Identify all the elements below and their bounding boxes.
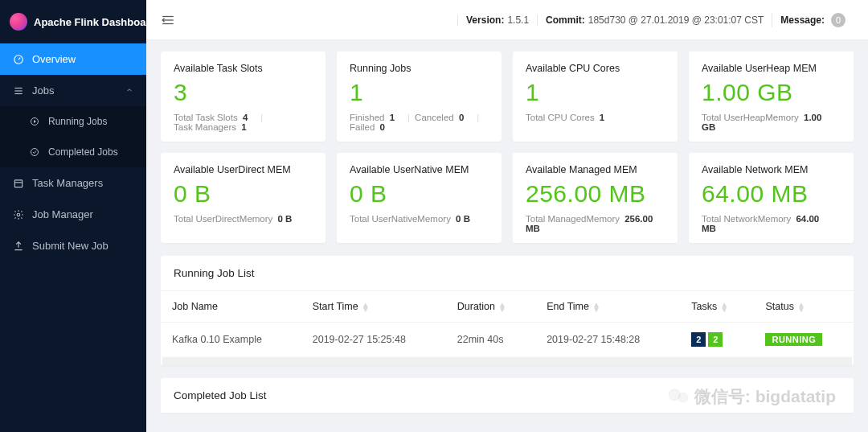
- footer-stat: Finished 1: [350, 113, 395, 122]
- nav-jobs-submenu: Running Jobs Completed Jobs: [0, 106, 146, 167]
- footer-stat: Total CPU Cores 1: [526, 113, 604, 122]
- cell-start-time: 2019-02-27 15:25:48: [301, 323, 446, 357]
- version-segment: Version: 1.5.1: [457, 14, 537, 26]
- column-header[interactable]: Start Time▲▼: [301, 291, 446, 323]
- message-count-badge[interactable]: 0: [831, 13, 845, 27]
- nav-overview[interactable]: Overview: [0, 43, 146, 75]
- stat-card: Available CPU Cores1Total CPU Cores 1: [513, 51, 678, 142]
- brand: Apache Flink Dashboard: [0, 0, 146, 43]
- completed-job-panel: Completed Job List: [161, 378, 854, 413]
- column-header[interactable]: End Time▲▼: [535, 291, 680, 323]
- sort-icon: ▲▼: [498, 302, 506, 312]
- sort-icon: ▲▼: [592, 302, 600, 312]
- card-footer: Finished 1|Canceled 0|Failed 0: [350, 113, 489, 132]
- nav-submit-job[interactable]: Submit New Job: [0, 230, 146, 261]
- main: Version: 1.5.1 Commit: 185d730 @ 27.01.2…: [146, 0, 868, 432]
- card-footer: Total UserNativeMemory 0 B: [350, 214, 489, 224]
- nav-label: Job Manager: [32, 208, 93, 220]
- stat-card: Available UserNative MEM0 BTotal UserNat…: [337, 153, 502, 243]
- card-value: 1: [526, 79, 665, 106]
- card-title: Available Task Slots: [174, 63, 313, 74]
- flink-logo-icon: [10, 13, 27, 31]
- footer-stat: Total UserHeapMemory 1.00 GB: [702, 113, 833, 132]
- card-title: Available Managed MEM: [526, 164, 665, 175]
- nav-jobs[interactable]: Jobs: [0, 75, 146, 106]
- card-title: Available UserDirect MEM: [174, 164, 313, 175]
- footer-stat: Total NetworkMemory 64.00 MB: [702, 214, 833, 233]
- divider: |: [477, 113, 479, 122]
- column-header[interactable]: Status▲▼: [754, 291, 854, 323]
- nav-label: Jobs: [32, 84, 54, 97]
- upload-icon: [13, 241, 24, 252]
- card-value: 1.00 GB: [702, 79, 841, 106]
- card-footer: Total Task Slots 4|Task Managers 1: [174, 113, 313, 132]
- footer-stat: Failed 0: [350, 122, 385, 132]
- card-value: 64.00 MB: [702, 180, 841, 208]
- version-value: 1.5.1: [507, 14, 529, 26]
- footer-stat: Total UserNativeMemory 0 B: [350, 214, 470, 224]
- stat-card: Running Jobs1Finished 1|Canceled 0|Faile…: [337, 51, 502, 142]
- nav-job-manager[interactable]: Job Manager: [0, 199, 146, 230]
- card-title: Available UserHeap MEM: [702, 63, 841, 74]
- card-footer: Total ManagedMemory 256.00 MB: [526, 214, 665, 233]
- sort-icon: ▲▼: [720, 302, 728, 312]
- horizontal-scrollbar[interactable]: [162, 357, 852, 365]
- menu-fold-icon[interactable]: [161, 13, 175, 27]
- column-header[interactable]: Duration▲▼: [446, 291, 535, 323]
- sort-icon: ▲▼: [362, 302, 370, 312]
- nav-task-managers[interactable]: Task Managers: [0, 167, 146, 199]
- nav-running-jobs[interactable]: Running Jobs: [0, 106, 146, 137]
- message-segment: Message: 0: [772, 13, 854, 27]
- table-header-row: Job NameStart Time▲▼Duration▲▼End Time▲▼…: [161, 291, 854, 323]
- svg-point-9: [17, 213, 20, 216]
- card-title: Available Network MEM: [702, 164, 841, 175]
- stat-card: Available Task Slots3Total Task Slots 4|…: [161, 51, 326, 142]
- card-value: 1: [350, 79, 489, 106]
- stat-card: Available Managed MEM256.00 MBTotal Mana…: [513, 153, 678, 243]
- card-title: Available UserNative MEM: [350, 164, 489, 175]
- content: Available Task Slots3Total Task Slots 4|…: [146, 40, 868, 432]
- table-row[interactable]: Kafka 0.10 Example 2019-02-27 15:25:48 2…: [161, 323, 854, 357]
- list-icon: [13, 85, 24, 97]
- footer-stat: Total UserDirectMemory 0 B: [174, 214, 292, 224]
- card-value: 3: [174, 79, 313, 106]
- brand-title: Apache Flink Dashboard: [34, 16, 156, 28]
- cell-status: RUNNING: [754, 323, 854, 357]
- footer-stat: Canceled 0: [415, 113, 464, 122]
- nav: Overview Jobs Running Jobs: [0, 43, 146, 261]
- sort-icon: ▲▼: [797, 302, 805, 312]
- cell-tasks: 2 2: [680, 323, 754, 357]
- card-value: 0 B: [174, 180, 313, 208]
- task-count-badge: 2: [708, 332, 723, 347]
- nav-label: Submit New Job: [32, 240, 108, 252]
- check-circle-icon: [29, 146, 40, 158]
- nav-label: Overview: [32, 53, 76, 65]
- commit-segment: Commit: 185d730 @ 27.01.2019 @ 23:01:07 …: [537, 14, 772, 26]
- panel-title: Completed Job List: [161, 378, 854, 413]
- svg-point-6: [31, 149, 39, 156]
- cell-duration: 22min 40s: [446, 323, 535, 357]
- column-header[interactable]: Job Name: [161, 291, 301, 323]
- topbar: Version: 1.5.1 Commit: 185d730 @ 27.01.2…: [146, 0, 868, 40]
- stat-card: Available Network MEM64.00 MBTotal Netwo…: [689, 153, 854, 243]
- gear-icon: [13, 209, 24, 220]
- footer-stat: Total Task Slots 4: [174, 113, 248, 122]
- card-value: 256.00 MB: [526, 180, 665, 208]
- cell-end-time: 2019-02-27 15:48:28: [535, 323, 680, 357]
- svg-marker-5: [34, 120, 36, 123]
- divider: |: [260, 113, 263, 122]
- card-title: Running Jobs: [350, 63, 489, 74]
- panel-title: Running Job List: [161, 256, 854, 291]
- running-job-table: Job NameStart Time▲▼Duration▲▼End Time▲▼…: [161, 291, 854, 357]
- card-footer: Total CPU Cores 1: [526, 113, 665, 122]
- column-header[interactable]: Tasks▲▼: [680, 291, 754, 323]
- schedule-icon: [13, 178, 24, 189]
- sidebar: Apache Flink Dashboard Overview Jobs: [0, 0, 146, 432]
- card-footer: Total UserDirectMemory 0 B: [174, 214, 313, 224]
- nav-completed-jobs[interactable]: Completed Jobs: [0, 137, 146, 167]
- commit-label: Commit:: [546, 14, 585, 26]
- dashboard-icon: [13, 54, 24, 65]
- nav-label: Task Managers: [32, 177, 103, 189]
- stat-card: Available UserDirect MEM0 BTotal UserDir…: [161, 153, 326, 243]
- cell-job-name: Kafka 0.10 Example: [161, 323, 301, 357]
